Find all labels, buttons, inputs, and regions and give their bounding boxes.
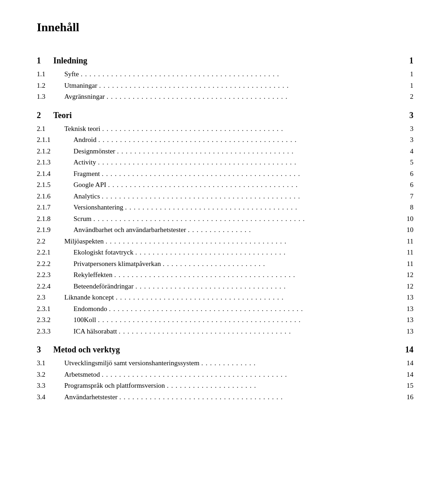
entry-number: 2.2.4 bbox=[37, 281, 74, 292]
entry-title: Teknisk teori bbox=[64, 124, 101, 134]
entry-number: 3.3 bbox=[37, 380, 64, 391]
entry-page: 1 bbox=[400, 69, 413, 79]
entry-page: 4 bbox=[400, 146, 413, 157]
toc-entry: 2.3.1Endomondo. . . . . . . . . . . . . … bbox=[37, 304, 413, 314]
entry-dots: . . . . . . . . . . . . . . . . . . . . … bbox=[81, 69, 398, 79]
entry-number: 3.2 bbox=[37, 369, 64, 380]
toc-entry: 3.3Programspråk och plattformsversion. .… bbox=[37, 380, 413, 391]
entry-page: 12 bbox=[400, 281, 413, 292]
section-header: 2Teori3 bbox=[37, 109, 413, 122]
entry-title: Activity bbox=[74, 157, 96, 168]
entry-page: 14 bbox=[400, 369, 413, 380]
toc-entry: 2.3Liknande koncept. . . . . . . . . . .… bbox=[37, 292, 413, 303]
entry-dots: . . . . . . . . . . . . . . . . . . . . … bbox=[102, 169, 398, 179]
entry-page: 1 bbox=[400, 80, 413, 91]
entry-title: Liknande koncept bbox=[64, 292, 114, 303]
entry-number: 2.1.8 bbox=[37, 214, 74, 224]
toc-section: 1Inledning11.1Syfte. . . . . . . . . . .… bbox=[37, 55, 413, 102]
entry-dots: . . . . . . . . . . . . . . . . . . . . … bbox=[125, 202, 398, 213]
entry-page: 5 bbox=[400, 157, 413, 168]
entry-title: 100Koll bbox=[74, 315, 96, 325]
entry-number: 2.3.1 bbox=[37, 304, 74, 314]
section-number: 2 bbox=[37, 109, 53, 122]
entry-title: Google API bbox=[74, 180, 106, 190]
entry-dots: . . . . . . . . . . . . . . . . . . . . … bbox=[109, 304, 398, 314]
entry-dots: . . . . . . . . . . . . . . . . . . . . … bbox=[98, 135, 398, 145]
entry-title: Android bbox=[74, 135, 96, 145]
entry-number: 2.1 bbox=[37, 124, 64, 134]
entry-dots: . . . . . . . . . . . . . . . . . . . . … bbox=[114, 270, 398, 280]
toc-entry: 2.1.6Analytics. . . . . . . . . . . . . … bbox=[37, 191, 413, 202]
toc-entry: 1.1Syfte. . . . . . . . . . . . . . . . … bbox=[37, 69, 413, 79]
toc-entry: 2.2.2Privatpersoners klimatpåverkan. . .… bbox=[37, 259, 413, 269]
entry-dots: . . . . . . . . . . . . . . . . . . . . … bbox=[117, 146, 398, 157]
entry-number: 2.1.7 bbox=[37, 202, 74, 213]
entry-number: 1.3 bbox=[37, 91, 64, 102]
entry-title: Användarhetstester bbox=[64, 392, 118, 402]
toc-section: 2Teori32.1Teknisk teori. . . . . . . . .… bbox=[37, 109, 413, 337]
section-header: 1Inledning1 bbox=[37, 55, 413, 67]
toc-entry: 2.1.3Activity. . . . . . . . . . . . . .… bbox=[37, 157, 413, 168]
entry-page: 14 bbox=[400, 358, 413, 368]
page-title: Innehåll bbox=[37, 18, 413, 36]
entry-page: 6 bbox=[400, 169, 413, 179]
entry-number: 2.2.1 bbox=[37, 247, 74, 258]
section-title: Inledning bbox=[53, 55, 400, 67]
entry-page: 13 bbox=[400, 304, 413, 314]
section-number: 3 bbox=[37, 344, 53, 356]
entry-dots: . . . . . . . . . . . . . . . . . . . . … bbox=[119, 326, 398, 337]
entry-dots: . . . . . . . . . . . . . . . . . . . . … bbox=[135, 247, 398, 258]
entry-number: 2.3.3 bbox=[37, 326, 74, 337]
toc-entry: 2.1Teknisk teori. . . . . . . . . . . . … bbox=[37, 124, 413, 134]
entry-title: Beteendeförändringar bbox=[74, 281, 134, 292]
section-header: 3Metod och verktyg14 bbox=[37, 344, 413, 356]
entry-title: Analytics bbox=[74, 191, 100, 202]
entry-dots: . . . . . . . . . . . . . . . . . . . . … bbox=[167, 380, 398, 391]
toc-entry: 2.2Miljöaspekten. . . . . . . . . . . . … bbox=[37, 236, 413, 247]
entry-title: Användbarhet och användarbarhetstester bbox=[74, 225, 186, 235]
entry-title: Fragment bbox=[74, 169, 100, 179]
section-title: Metod och verktyg bbox=[53, 344, 400, 356]
entry-number: 2.3 bbox=[37, 292, 64, 303]
entry-dots: . . . . . . . . . . . . . . . . . . . . … bbox=[106, 236, 398, 247]
entry-dots: . . . . . . . . . . . . . . . . . . . . … bbox=[136, 281, 398, 292]
entry-number: 2.1.5 bbox=[37, 180, 74, 190]
entry-title: Ekologiskt fotavtryck bbox=[74, 247, 133, 258]
entry-dots: . . . . . . . . . . . . . . . . . . . . … bbox=[98, 157, 398, 168]
toc-entry: 2.1.1Android. . . . . . . . . . . . . . … bbox=[37, 135, 413, 145]
entry-dots: . . . . . . . . . . . . . . . . . . . . … bbox=[98, 315, 398, 325]
entry-page: 10 bbox=[400, 225, 413, 235]
entry-number: 2.1.9 bbox=[37, 225, 74, 235]
entry-title: Scrum bbox=[74, 214, 91, 224]
entry-number: 2.2.2 bbox=[37, 259, 74, 269]
table-of-contents: Innehåll 1Inledning11.1Syfte. . . . . . … bbox=[37, 18, 413, 402]
toc-entry: 3.4Användarhetstester. . . . . . . . . .… bbox=[37, 392, 413, 402]
entry-dots: . . . . . . . . . . . . . . . . . . . . … bbox=[119, 392, 398, 402]
section-page: 14 bbox=[400, 344, 413, 356]
section-page: 1 bbox=[400, 55, 413, 67]
entry-title: Miljöaspekten bbox=[64, 236, 104, 247]
entry-title: ICA hälsorabatt bbox=[74, 326, 117, 337]
entry-number: 2.1.4 bbox=[37, 169, 74, 179]
entry-page: 11 bbox=[400, 247, 413, 258]
entry-page: 13 bbox=[400, 292, 413, 303]
entry-dots: . . . . . . . . . . . . . . . . . . . . … bbox=[99, 80, 398, 91]
toc-entry: 2.2.4Beteendeförändringar. . . . . . . .… bbox=[37, 281, 413, 292]
entry-title: Privatpersoners klimatpåverkan bbox=[74, 259, 161, 269]
toc-entry: 2.1.4Fragment. . . . . . . . . . . . . .… bbox=[37, 169, 413, 179]
entry-number: 2.1.3 bbox=[37, 157, 74, 168]
entry-title: Utmaningar bbox=[64, 80, 97, 91]
entry-number: 2.3.2 bbox=[37, 315, 74, 325]
entry-page: 11 bbox=[400, 236, 413, 247]
entry-dots: . . . . . . . . . . . . . . . bbox=[188, 225, 398, 235]
entry-number: 2.1.6 bbox=[37, 191, 74, 202]
entry-number: 2.1.2 bbox=[37, 146, 74, 157]
entry-dots: . . . . . . . . . . . . . . . . . . . . … bbox=[102, 369, 398, 380]
toc-entry: 2.3.2100Koll. . . . . . . . . . . . . . … bbox=[37, 315, 413, 325]
entry-page: 15 bbox=[400, 380, 413, 391]
entry-page: 11 bbox=[400, 259, 413, 269]
toc-entry: 2.1.7Versionshantering. . . . . . . . . … bbox=[37, 202, 413, 213]
entry-number: 1.2 bbox=[37, 80, 64, 91]
entry-dots: . . . . . . . . . . . . . . . . . . . . … bbox=[163, 259, 398, 269]
entry-page: 13 bbox=[400, 326, 413, 337]
